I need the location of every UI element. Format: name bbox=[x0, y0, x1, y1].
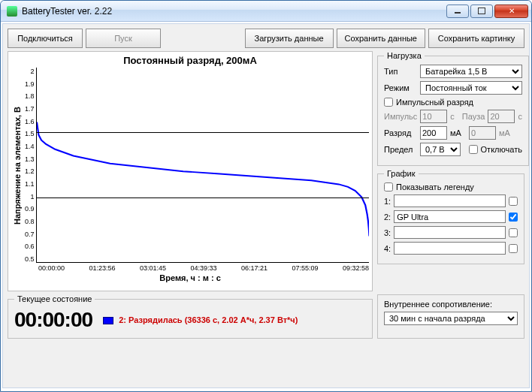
off-checkbox[interactable] bbox=[469, 145, 478, 154]
impulse-input[interactable] bbox=[420, 110, 447, 123]
chart-yaxis: 21.91.81.71.61.51.41.31.21.110.90.80.70.… bbox=[23, 68, 36, 263]
show-legend-label: Показывать легенду bbox=[396, 182, 474, 191]
legend-row4-input[interactable] bbox=[394, 242, 506, 255]
limit-label: Предел bbox=[384, 145, 417, 154]
pause-unit: с bbox=[518, 112, 522, 121]
chart-title: Постоянный разряд, 200мА bbox=[11, 55, 369, 66]
impulse-label: Импульс bbox=[384, 112, 417, 121]
graph-panel: График Показывать легенду 1: 2: 3: bbox=[377, 169, 524, 264]
chart-area: Постоянный разряд, 200мА Напряжение на э… bbox=[8, 51, 373, 291]
graph-panel-legend: График bbox=[384, 169, 419, 178]
series-color-swatch bbox=[103, 317, 113, 324]
chart-xlabel: Время, ч : м : с bbox=[11, 273, 369, 282]
pause-input[interactable] bbox=[488, 110, 515, 123]
status-text: 2: Разрядилась (36336 с, 2.02 А*ч, 2.37 … bbox=[119, 315, 298, 324]
chart-plot bbox=[36, 68, 369, 263]
legend-row4-checkbox[interactable] bbox=[509, 244, 518, 253]
titlebar: BatteryTester ver. 2.22 bbox=[1, 1, 531, 22]
load-panel: Нагрузка Тип Батарейка 1,5 В Режим Посто… bbox=[377, 51, 529, 166]
legend-row1-input[interactable] bbox=[394, 194, 506, 207]
legend-row2-label: 2: bbox=[384, 213, 391, 222]
type-label: Тип bbox=[384, 67, 417, 76]
mode-label: Режим bbox=[384, 83, 417, 92]
window-title: BatteryTester ver. 2.22 bbox=[22, 6, 112, 17]
limit-select[interactable]: 0,7 В bbox=[420, 143, 461, 156]
chart-xaxis: 00:00:0001:23:5603:01:4504:39:3306:17:21… bbox=[38, 264, 369, 272]
discharge2-input[interactable] bbox=[469, 126, 496, 140]
save-data-button[interactable]: Сохранить данные bbox=[337, 29, 425, 48]
save-picture-button[interactable]: Сохранить картинку bbox=[428, 29, 524, 48]
type-select[interactable]: Батарейка 1,5 В bbox=[420, 65, 522, 78]
mode-select[interactable]: Постоянный ток bbox=[420, 81, 522, 95]
legend-row3-label: 3: bbox=[384, 228, 391, 237]
elapsed-time: 00:00:00 bbox=[14, 308, 92, 332]
minimize-button[interactable] bbox=[446, 5, 469, 18]
pulse-checkbox[interactable] bbox=[384, 98, 393, 107]
status-panel: Текущее состояние 00:00:00 2: Разрядилас… bbox=[8, 294, 373, 339]
discharge-label: Разряд bbox=[384, 128, 417, 137]
legend-row3-checkbox[interactable] bbox=[509, 228, 518, 237]
app-icon bbox=[7, 6, 17, 17]
toolbar: Подключиться Пуск Загрузить данные Сохра… bbox=[8, 29, 524, 48]
status-line: 2: Разрядилась (36336 с, 2.02 А*ч, 2.37 … bbox=[103, 315, 298, 324]
impulse-unit: с bbox=[450, 112, 455, 121]
close-button[interactable] bbox=[494, 5, 528, 18]
legend-row1-checkbox[interactable] bbox=[509, 197, 518, 206]
connect-button[interactable]: Подключиться bbox=[8, 29, 83, 48]
chart-ylabel: Напряжение на элементах, В bbox=[11, 68, 23, 263]
legend-row2-input[interactable] bbox=[394, 210, 506, 223]
ir-label: Внутреннее сопротивление: bbox=[384, 300, 518, 309]
discharge2-unit: мА bbox=[499, 128, 510, 137]
legend-row4-label: 4: bbox=[384, 244, 391, 253]
off-label: Отключать bbox=[481, 145, 522, 154]
load-data-button[interactable]: Загрузить данные bbox=[245, 29, 334, 48]
pause-label: Пауза bbox=[462, 112, 485, 121]
ir-select[interactable]: 30 мин с начала разряда bbox=[384, 312, 518, 325]
ir-panel: Внутреннее сопротивление: 30 мин с начал… bbox=[377, 294, 524, 339]
legend-row2-checkbox[interactable] bbox=[509, 213, 518, 222]
status-panel-legend: Текущее состояние bbox=[14, 294, 95, 303]
legend-row1-label: 1: bbox=[384, 197, 391, 206]
pulse-label: Импульсный разряд bbox=[396, 98, 473, 107]
discharge-input[interactable] bbox=[420, 126, 447, 140]
legend-row3-input[interactable] bbox=[394, 226, 506, 239]
load-panel-legend: Нагрузка bbox=[384, 51, 425, 60]
show-legend-checkbox[interactable] bbox=[384, 182, 393, 191]
start-button[interactable]: Пуск bbox=[86, 29, 161, 48]
discharge-unit: мА bbox=[450, 128, 461, 137]
maximize-button[interactable] bbox=[470, 5, 493, 18]
